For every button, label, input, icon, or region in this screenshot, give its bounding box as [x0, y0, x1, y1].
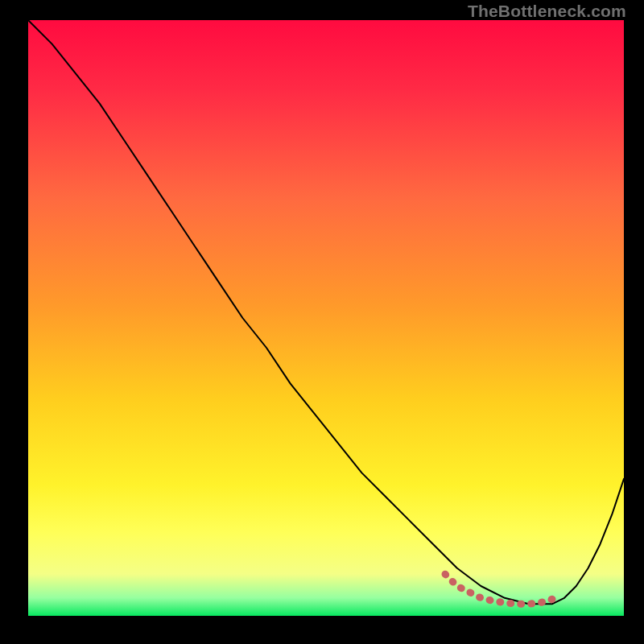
highlight-markers: [445, 574, 559, 604]
attribution-label: TheBottleneck.com: [468, 2, 626, 21]
plot-area: [28, 20, 624, 616]
curve-layer: [28, 20, 624, 616]
chart-stage: TheBottleneck.com: [0, 0, 644, 644]
bottleneck-curve: [28, 20, 624, 604]
